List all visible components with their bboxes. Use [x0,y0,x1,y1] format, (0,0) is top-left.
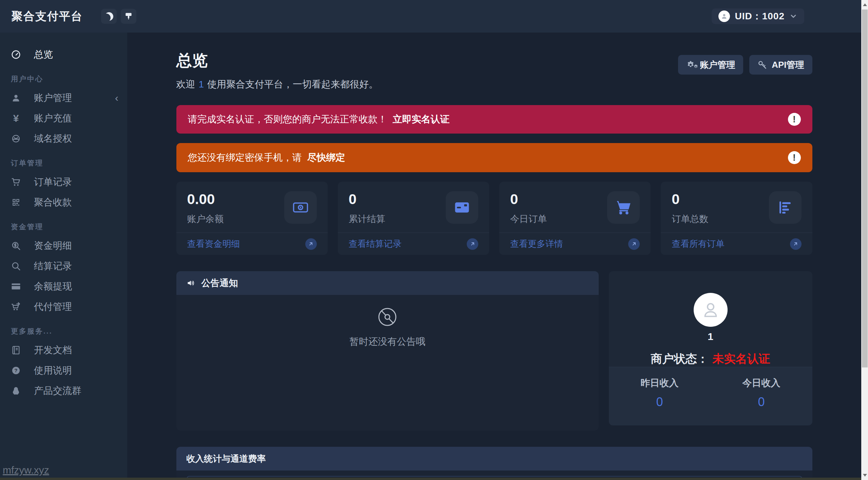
exclamation-icon: ! [788,151,801,164]
globe-icon [11,134,21,143]
key-icon [757,60,767,69]
merchant-status-value: 未实名认证 [713,352,770,365]
brush-icon [124,12,133,21]
search-dollar-icon [11,241,21,251]
merchant-name: 1 [708,331,713,342]
welcome-suffix: 使用聚合支付平台，一切看起来都很好。 [207,79,378,89]
topbar: 聚合支付平台 UID：1002 [0,0,861,33]
arrow-circle-icon[interactable] [467,238,478,250]
bind-phone-alert: 您还没有绑定密保手机，请 尽快绑定 ! [176,143,812,172]
sidebar-section-order-manage: 订单管理 [0,158,127,168]
arrow-circle-icon[interactable] [790,238,802,250]
page-title: 总览 [176,50,379,71]
welcome-prefix: 欢迎 [176,79,195,89]
credit-card-icon [11,281,21,292]
sidebar-item-label: 代付管理 [34,300,72,313]
notice-empty-state: 暂时还没有公告哦 [176,295,599,431]
api-manage-label: API管理 [772,59,804,71]
sidebar-item-label: 账户充值 [34,112,72,125]
question-circle-icon: ? [11,366,21,375]
search-icon [11,261,21,271]
income-stats-header: 收入统计与通道费率 [176,447,812,471]
settlement-value: 0 [349,191,385,207]
merchant-panel: 1 商户状态：未实名认证 昨日收入 0 今日收入 0 [609,271,812,425]
chevron-down-icon [789,12,797,20]
scroll-down-button[interactable] [862,471,868,480]
user-icon [11,93,21,103]
sidebar-section-more-services: 更多服务... [0,326,127,336]
sidebar-item-overview[interactable]: 总览 [0,45,127,64]
qrcode-icon [11,198,21,207]
today-orders-card: 0 今日订单 查看更多详情 [499,182,651,255]
page-scrollbar[interactable] [861,0,868,480]
api-manage-button[interactable]: API管理 [749,55,812,75]
no-announcement-icon [377,306,398,328]
speaker-icon [187,278,196,288]
arrow-circle-icon[interactable] [305,238,317,250]
sidebar-item-label: 开发文档 [34,344,72,357]
sidebar-item-account-recharge[interactable]: ¥ 账户充值 [0,108,127,128]
realname-alert-action[interactable]: 立即实名认证 [393,113,450,126]
sidebar-section-fund-manage: 资金管理 [0,222,127,232]
sidebar-item-label: 域名授权 [34,132,72,145]
settlement-link[interactable]: 查看结算记录 [349,238,402,250]
merchant-avatar [694,293,728,327]
balance-link[interactable]: 查看资金明细 [187,238,240,250]
realname-alert: 请完成实名认证，否则您的商户无法正常收款！ 立即实名认证 ! [176,105,812,134]
bottom-edge [0,478,861,480]
sidebar-item-label: 使用说明 [34,364,72,377]
scrollbar-thumb[interactable] [862,9,868,367]
user-menu[interactable]: UID：1002 [712,8,804,24]
total-orders-card: 0 订单总数 查看所有订单 [661,182,812,255]
sidebar-item-account-manage[interactable]: 账户管理 ‹ [0,88,127,108]
account-manage-button[interactable]: 账户管理 [678,55,743,75]
sidebar-item-label: 账户管理 [34,92,72,104]
today-orders-label: 今日订单 [510,213,547,225]
sidebar-item-dev-docs[interactable]: 开发文档 [0,340,127,360]
sidebar-item-domain-auth[interactable]: 域名授权 [0,129,127,148]
notice-panel: 公告通知 暂时还没有公告哦 [176,271,599,431]
settlement-card: 0 累计结算 查看结算记录 [338,182,489,255]
yesterday-income-value: 0 [656,395,663,409]
sidebar-item-balance-withdraw[interactable]: 余额提现 [0,277,127,296]
uid-label: UID：1002 [735,10,785,23]
bind-phone-alert-action[interactable]: 尽快绑定 [307,151,345,164]
sidebar-item-settlement-records[interactable]: 结算记录 [0,256,127,276]
welcome-username: 1 [199,79,204,89]
total-orders-value: 0 [672,191,708,207]
sidebar-item-order-records[interactable]: 订单记录 [0,172,127,192]
today-orders-link[interactable]: 查看更多详情 [510,238,563,250]
gears-icon [686,60,695,69]
balance-value: 0.00 [187,191,224,207]
sidebar-item-label: 产品交流群 [34,384,81,397]
sidebar-item-label: 余额提现 [34,280,72,293]
watermark: mfzyw.xyz [3,464,49,476]
chevron-left-icon: ‹ [115,93,118,103]
sidebar: 总览 用户中心 账户管理 ‹ ¥ 账户充值 域名授权 订单管理 订单记录 聚合收… [0,33,127,480]
app-title: 聚合支付平台 [12,9,83,24]
income-stats-title: 收入统计与通道费率 [187,453,266,465]
welcome-text: 欢迎1使用聚合支付平台，一切看起来都很好。 [176,78,379,91]
sidebar-item-fund-details[interactable]: 资金明细 [0,236,127,256]
bar-chart-icon [769,191,802,224]
arrow-circle-icon[interactable] [628,238,640,250]
merchant-status: 商户状态：未实名认证 [651,351,770,367]
sidebar-item-usage-guide[interactable]: ? 使用说明 [0,361,127,380]
alert-text: 您还没有绑定密保手机，请 [188,151,302,164]
sidebar-item-payout-manage[interactable]: 代付管理 [0,297,127,317]
appearance-button[interactable] [121,9,136,24]
balance-label: 账户余额 [187,213,224,225]
income-stats-panel: 收入统计与通道费率 [176,447,812,480]
scroll-up-button[interactable] [862,0,868,9]
balance-card: 0.00 账户余额 查看资金明细 [176,182,328,255]
cart-icon [607,191,640,224]
sidebar-item-product-group[interactable]: 产品交流群 [0,381,127,401]
sidebar-item-label: 资金明细 [34,239,72,252]
notice-panel-header: 公告通知 [176,271,599,295]
settlement-label: 累计结算 [349,213,385,225]
sidebar-item-aggregate-collect[interactable]: 聚合收款 [0,193,127,212]
theme-toggle-button[interactable] [101,9,117,24]
triangle-down-icon [863,474,867,477]
triangle-up-icon [863,3,867,6]
total-orders-link[interactable]: 查看所有订单 [672,238,725,250]
